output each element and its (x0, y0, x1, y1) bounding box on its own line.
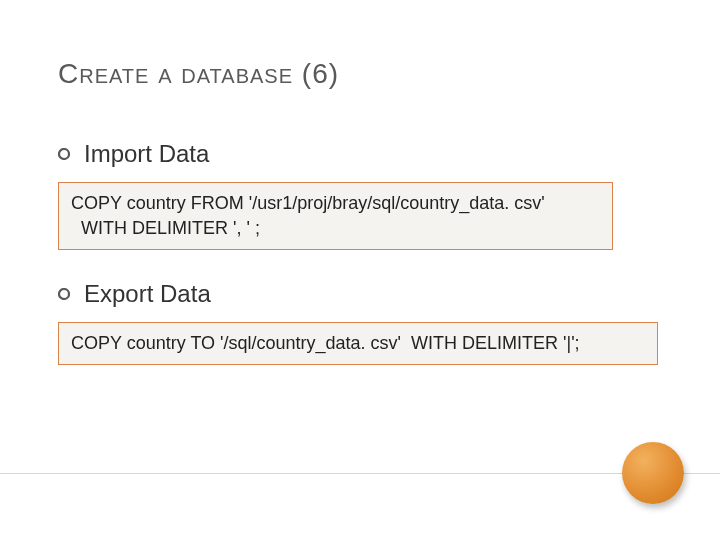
slide: Create a database (6) Import Data COPY c… (0, 0, 720, 540)
svg-point-0 (59, 149, 69, 159)
svg-point-1 (59, 289, 69, 299)
page-title: Create a database (6) (58, 58, 339, 90)
import-heading: Import Data (84, 140, 209, 168)
export-heading: Export Data (84, 280, 211, 308)
bullet-row-import: Import Data (58, 140, 662, 168)
decorative-circle-icon (622, 442, 684, 504)
section-import: Import Data COPY country FROM '/usr1/pro… (58, 140, 662, 250)
section-export: Export Data COPY country TO '/sql/countr… (58, 280, 662, 365)
divider-line (0, 473, 720, 474)
title-number: (6) (302, 58, 339, 89)
export-code-box: COPY country TO '/sql/country_data. csv'… (58, 322, 658, 365)
donut-bullet-icon (58, 148, 70, 160)
donut-bullet-icon (58, 288, 70, 300)
bullet-row-export: Export Data (58, 280, 662, 308)
title-text: Create a database (58, 58, 293, 89)
import-code-box: COPY country FROM '/usr1/proj/bray/sql/c… (58, 182, 613, 250)
